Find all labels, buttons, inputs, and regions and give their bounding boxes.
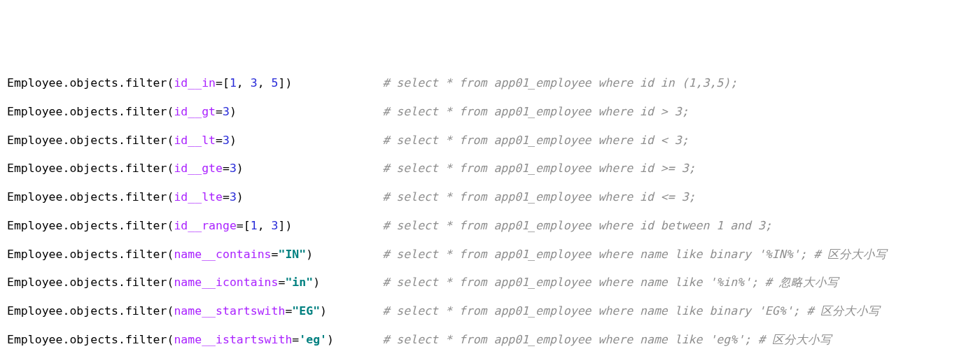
code-line: Employee.objects.filter(name__contains="… — [7, 246, 973, 264]
sql-comment: # select * from app01_employee where id … — [383, 76, 738, 90]
code-line: Employee.objects.filter(name__icontains=… — [7, 274, 973, 292]
code-line: Employee.objects.filter(id__range=[1, 3]… — [7, 218, 973, 235]
sql-comment: # select * from app01_employee where nam… — [382, 248, 887, 261]
code-line: Employee.objects.filter(id__lte=3) # sel… — [7, 189, 973, 206]
code-line: Employee.objects.filter(id__gte=3) # sel… — [7, 160, 973, 178]
sql-comment: # select * from app01_employee where id … — [382, 219, 771, 232]
code-line: Employee.objects.filter(birth__year=1990… — [7, 360, 973, 364]
code-block: Employee.objects.filter(id__in=[1, 3, 5]… — [7, 75, 973, 363]
sql-comment: # select * from app01_employee where nam… — [382, 276, 838, 289]
sql-comment: # select * from app01_employee where id … — [382, 134, 688, 147]
sql-comment: # select * from app01_employee where id … — [382, 105, 688, 118]
sql-comment: # select * from app01_employee where id … — [382, 162, 695, 175]
code-line: Employee.objects.filter(id__lt=3) # sele… — [7, 132, 973, 150]
sql-comment: # select * from app01_employee where nam… — [383, 304, 881, 318]
sql-comment: # select * from app01_employee where id … — [382, 190, 695, 204]
code-line: Employee.objects.filter(name__istartswit… — [7, 332, 973, 349]
code-line: Employee.objects.filter(id__gt=3) # sele… — [7, 104, 973, 121]
code-line: Employee.objects.filter(name__startswith… — [7, 303, 973, 320]
code-line: Employee.objects.filter(id__in=[1, 3, 5]… — [7, 75, 973, 92]
sql-comment: # select * from app01_employee where nam… — [383, 333, 832, 346]
